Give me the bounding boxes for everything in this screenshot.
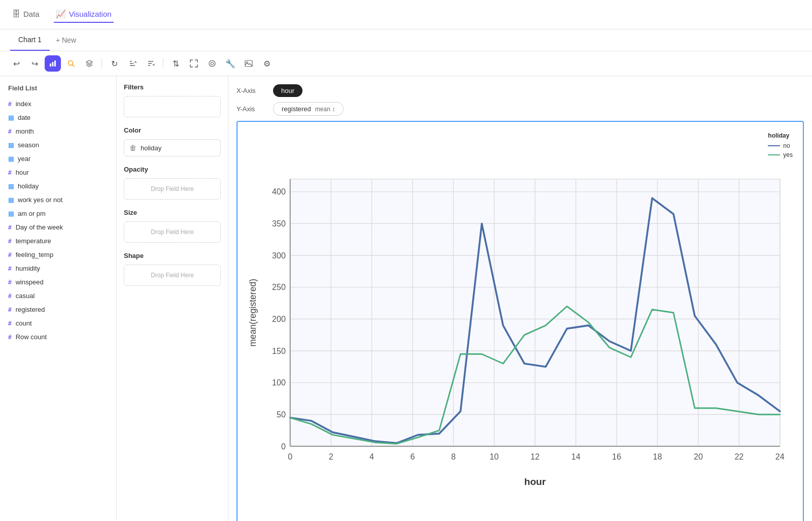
svg-text:24: 24 xyxy=(775,452,785,461)
field-item-year[interactable]: ▤ year xyxy=(0,152,116,166)
svg-text:4: 4 xyxy=(369,452,374,461)
svg-text:mean(registered): mean(registered) xyxy=(248,279,258,347)
numeric-icon: # xyxy=(8,265,12,272)
image-icon xyxy=(245,59,253,68)
numeric-icon: # xyxy=(8,224,12,231)
field-item-work-yes-or-not[interactable]: ▤ work yes or not xyxy=(0,193,116,207)
svg-rect-0 xyxy=(50,63,51,67)
chart-type-button[interactable] xyxy=(45,55,61,72)
image-button[interactable] xyxy=(241,55,257,72)
expand-button[interactable] xyxy=(186,55,202,72)
field-item-temperature[interactable]: # temperature xyxy=(0,234,116,248)
size-section: Size Drop Field Here xyxy=(124,209,221,243)
field-item-row-count[interactable]: # Row count xyxy=(0,330,116,344)
field-item-season[interactable]: ▤ season xyxy=(0,138,116,152)
color-section: Color 🗑 holiday xyxy=(124,126,221,156)
svg-text:20: 20 xyxy=(694,452,703,461)
chart-tabs: Chart 1 + New xyxy=(0,29,812,51)
legend-line-no xyxy=(768,145,780,146)
field-label-index: index xyxy=(16,100,31,108)
svg-text:50: 50 xyxy=(277,410,286,419)
legend-item-no: no xyxy=(768,142,793,149)
chart-tab-1-label: Chart 1 xyxy=(18,36,42,44)
size-drop-zone[interactable]: Drop Field Here xyxy=(124,221,221,243)
field-label-count: count xyxy=(16,319,32,327)
new-tab-button[interactable]: + New xyxy=(50,30,82,50)
svg-text:12: 12 xyxy=(530,452,539,461)
svg-text:14: 14 xyxy=(571,452,581,461)
redo-button[interactable]: ↪ xyxy=(26,55,43,72)
search-button[interactable] xyxy=(63,55,79,72)
svg-text:200: 200 xyxy=(272,314,286,323)
categorical-icon: ▤ xyxy=(8,210,14,217)
field-item-feeling-temp[interactable]: # feeling_temp xyxy=(0,248,116,262)
yaxis-config: Y-Axis registered mean ↕ xyxy=(236,102,804,116)
svg-text:16: 16 xyxy=(612,452,621,461)
field-item-humidity[interactable]: # humidity xyxy=(0,262,116,275)
yaxis-label: Y-Axis xyxy=(236,105,267,113)
filters-drop-zone[interactable] xyxy=(124,96,221,117)
field-label-hour: hour xyxy=(16,169,29,176)
field-item-count[interactable]: # count xyxy=(0,316,116,330)
tab-visualization[interactable]: 📈 Visualization xyxy=(54,6,114,23)
tab-data[interactable]: 🗄 Data xyxy=(10,7,42,23)
field-item-day-of-week[interactable]: # Day of the week xyxy=(0,220,116,234)
field-item-index[interactable]: # index xyxy=(0,97,116,111)
line-chart: 0501001502002503003504000246810121416182… xyxy=(246,130,795,521)
field-item-month[interactable]: # month xyxy=(0,124,116,138)
field-label-ampm: am or pm xyxy=(18,210,46,217)
updown-button[interactable]: ⇅ xyxy=(167,55,184,72)
svg-text:10: 10 xyxy=(490,452,499,461)
top-nav: 🗄 Data 📈 Visualization xyxy=(0,0,812,29)
xaxis-value[interactable]: hour xyxy=(273,84,302,97)
svg-text:22: 22 xyxy=(734,452,743,461)
sort-asc-button[interactable] xyxy=(124,55,141,72)
field-label-holiday: holiday xyxy=(18,182,39,190)
categorical-icon: ▤ xyxy=(8,114,14,121)
numeric-icon: # xyxy=(8,238,12,245)
numeric-icon: # xyxy=(8,306,12,313)
svg-text:150: 150 xyxy=(272,346,286,355)
opacity-drop-zone[interactable]: Drop Field Here xyxy=(124,178,221,200)
svg-text:2: 2 xyxy=(329,452,333,461)
sort-asc-icon xyxy=(128,59,137,68)
refresh-button[interactable]: ↻ xyxy=(106,55,122,72)
categorical-icon: ▤ xyxy=(8,155,14,162)
tab-visualization-label: Visualization xyxy=(69,10,112,18)
wrench-button[interactable]: 🔧 xyxy=(222,55,239,72)
color-value: holiday xyxy=(141,144,161,152)
undo-button[interactable]: ↩ xyxy=(8,55,24,72)
chart-container: holiday no yes 0501001502002503003504000… xyxy=(236,121,804,521)
yaxis-value[interactable]: registered mean ↕ xyxy=(273,102,344,116)
field-label-date: date xyxy=(18,114,30,121)
chart-type-icon xyxy=(49,59,57,68)
divider-1 xyxy=(101,58,102,69)
field-item-registered[interactable]: # registered xyxy=(0,303,116,316)
legend-title: holiday xyxy=(768,132,793,139)
field-item-am-or-pm[interactable]: ▤ am or pm xyxy=(0,207,116,220)
settings-button[interactable]: ⚙ xyxy=(259,55,275,72)
shape-drop-zone[interactable]: Drop Field Here xyxy=(124,265,221,286)
svg-text:400: 400 xyxy=(272,187,286,196)
shape-title: Shape xyxy=(124,252,221,259)
filters-panel: Filters Color 🗑 holiday Opacity Drop Fie… xyxy=(117,76,228,521)
opacity-drop-hint: Drop Field Here xyxy=(151,185,194,192)
yaxis-agg: mean ↕ xyxy=(315,106,335,113)
field-item-date[interactable]: ▤ date xyxy=(0,111,116,124)
transform-button[interactable] xyxy=(204,55,220,72)
field-label-casual: casual xyxy=(16,292,35,300)
layers-button[interactable] xyxy=(81,55,97,72)
trash-icon[interactable]: 🗑 xyxy=(129,144,137,152)
numeric-icon: # xyxy=(8,292,12,300)
field-label-registered: registered xyxy=(16,306,45,313)
field-item-holiday[interactable]: ▤ holiday xyxy=(0,179,116,193)
field-item-hour[interactable]: # hour xyxy=(0,166,116,179)
svg-text:6: 6 xyxy=(411,452,415,461)
sort-desc-button[interactable] xyxy=(143,55,159,72)
chart-tab-1[interactable]: Chart 1 xyxy=(10,29,50,51)
field-item-casual[interactable]: # casual xyxy=(0,289,116,303)
svg-text:hour: hour xyxy=(524,476,546,487)
field-label-season: season xyxy=(18,141,39,149)
color-badge[interactable]: 🗑 holiday xyxy=(124,139,221,156)
field-item-winspeed[interactable]: # winspeed xyxy=(0,275,116,289)
